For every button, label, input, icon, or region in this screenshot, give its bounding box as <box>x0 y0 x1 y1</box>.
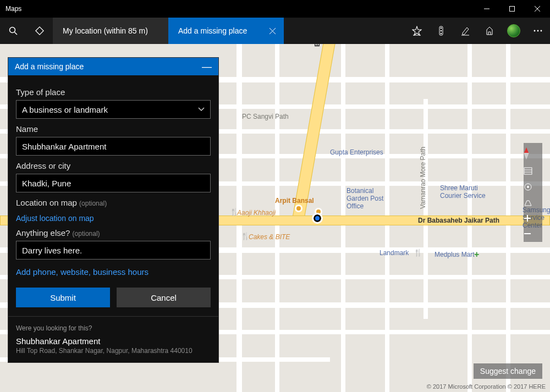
svg-point-12 <box>441 27 442 29</box>
result-address: Hill Top Road, Shankar Nagar, Nagpur, Ma… <box>16 347 211 355</box>
panel-header: Add a missing place — <box>8 58 218 75</box>
more-icon[interactable] <box>526 18 550 44</box>
poi-label: Shree Maruti Courier Service <box>440 184 490 200</box>
svg-point-26 <box>527 186 529 188</box>
pharmacy-icon: + <box>474 250 479 260</box>
minimize-button[interactable] <box>474 0 499 18</box>
zoom-in-icon[interactable] <box>524 214 542 222</box>
search-tab[interactable]: My location (within 85 m) <box>53 18 168 44</box>
svg-point-19 <box>534 30 536 32</box>
map-controls <box>524 143 542 242</box>
anything-label: Anything else? (optional) <box>16 228 211 238</box>
poi-label: Botanical Garden Post Office <box>346 187 396 210</box>
name-input[interactable] <box>16 137 211 156</box>
poi-label: Cakes & BITE <box>249 233 290 241</box>
chevron-down-icon <box>198 107 205 112</box>
close-tab-icon[interactable] <box>261 18 284 44</box>
road-label: Vamanrao More Path <box>419 147 427 209</box>
restaurant-icon: 🍴 <box>414 249 422 257</box>
zoom-out-icon[interactable] <box>524 230 542 238</box>
submit-button[interactable]: Submit <box>16 288 110 307</box>
location-label: Location on map (optional) <box>16 198 211 207</box>
compass-icon[interactable] <box>524 147 542 159</box>
address-label: Address or city <box>16 161 211 170</box>
name-label: Name <box>16 124 211 134</box>
3d-view-icon[interactable] <box>477 18 502 44</box>
maximize-button[interactable] <box>499 0 525 18</box>
search-display: My location (within 85 m) <box>63 26 148 35</box>
notes-input-field[interactable] <box>22 246 205 255</box>
cancel-button[interactable]: Cancel <box>117 288 211 307</box>
svg-rect-6 <box>36 27 43 35</box>
ink-icon[interactable] <box>453 18 477 44</box>
svg-point-13 <box>441 30 442 32</box>
svg-point-20 <box>537 30 539 32</box>
panel-footer: Were you looking for this? Shubhankar Ap… <box>8 316 218 362</box>
svg-marker-9 <box>413 26 421 35</box>
poi-pin-icon <box>295 205 302 212</box>
type-value: A business or landmark <box>22 105 108 114</box>
svg-rect-1 <box>510 7 515 12</box>
favorites-icon[interactable] <box>405 18 429 44</box>
road-label: Dr Babasaheb Jaikar Path <box>418 217 499 224</box>
adjust-location-link[interactable]: Adjust location on map <box>16 214 94 223</box>
search-icon[interactable] <box>0 18 26 44</box>
map-attribution: © 2017 Microsoft Corporation © 2017 HERE <box>427 383 546 390</box>
poi-label: Aaoji Khhaoji <box>237 209 276 217</box>
footer-hint: Were you looking for this? <box>16 324 211 332</box>
add-place-panel: Add a missing place — Type of place A bu… <box>8 57 219 363</box>
traffic-icon[interactable] <box>429 18 453 44</box>
close-button[interactable] <box>525 0 550 18</box>
panel-title: Add a missing place <box>15 62 84 71</box>
address-input[interactable] <box>16 174 211 192</box>
current-location-pin <box>314 214 321 222</box>
poi-label: Arpit Bansal <box>275 197 314 205</box>
road-label: PC Sangvi Path <box>242 113 289 120</box>
toolbar-right <box>405 18 550 44</box>
toolbar: My location (within 85 m) Add a missing … <box>0 18 550 44</box>
tilt-icon[interactable] <box>524 199 542 207</box>
directions-icon[interactable] <box>26 18 53 44</box>
svg-rect-22 <box>524 168 532 174</box>
type-select[interactable]: A business or landmark <box>16 100 211 119</box>
collapse-icon[interactable]: — <box>202 64 212 69</box>
road-label: Bhau Patil Roa <box>314 44 321 47</box>
app-title: Maps <box>6 5 21 13</box>
address-input-field[interactable] <box>22 179 205 188</box>
type-label: Type of place <box>16 87 211 97</box>
poi-label: Landmark <box>380 249 409 257</box>
poi-label: Medplus Mart <box>435 251 475 258</box>
svg-point-14 <box>441 33 442 35</box>
suggest-change-button[interactable]: Suggest change <box>474 363 542 379</box>
add-details-link[interactable]: Add phone, website, business hours <box>16 267 148 277</box>
svg-line-5 <box>15 32 18 35</box>
add-place-tab[interactable]: Add a missing place <box>168 18 284 44</box>
poi-label: Gupta Enterprises <box>330 148 383 156</box>
tab-label: Add a missing place <box>178 26 247 35</box>
title-bar: Maps <box>0 0 550 18</box>
notes-input[interactable] <box>16 241 211 260</box>
svg-point-4 <box>10 27 15 33</box>
name-input-field[interactable] <box>22 142 205 151</box>
svg-point-21 <box>541 30 542 32</box>
restaurant-icon: 🍴 <box>241 232 250 240</box>
profile-icon[interactable] <box>502 18 526 44</box>
locate-me-icon[interactable] <box>524 183 542 191</box>
result-name[interactable]: Shubhankar Apartment <box>16 336 211 346</box>
restaurant-icon: 🍴 <box>230 208 239 216</box>
map-style-icon[interactable] <box>524 167 542 175</box>
